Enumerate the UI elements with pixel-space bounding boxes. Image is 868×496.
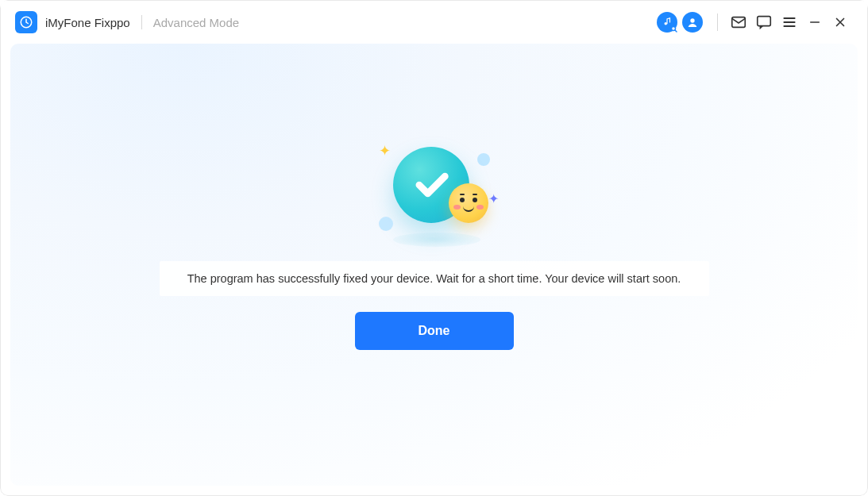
account-icon[interactable] <box>682 12 703 33</box>
titlebar: iMyFone Fixppo Advanced Mode <box>1 1 867 44</box>
svg-point-2 <box>690 18 694 22</box>
success-illustration: ✦ ✦ <box>355 139 514 250</box>
content-area: ✦ ✦ The program has successfully fixed y… <box>10 44 858 486</box>
titlebar-separator <box>717 13 718 31</box>
mode-label: Advanced Mode <box>153 16 239 29</box>
shadow-decor <box>393 233 480 247</box>
bubble-decor <box>477 153 490 166</box>
bubble-decor <box>379 217 393 231</box>
sparkle-icon: ✦ <box>379 142 391 160</box>
done-button[interactable]: Done <box>355 312 514 350</box>
close-icon[interactable] <box>827 10 853 35</box>
title-divider <box>141 15 142 29</box>
result-message: The program has successfully fixed your … <box>160 261 709 296</box>
menu-icon[interactable] <box>777 10 802 35</box>
smile-face-icon <box>449 183 488 223</box>
mail-icon[interactable] <box>726 10 751 35</box>
svg-rect-4 <box>758 17 771 26</box>
app-title: iMyFone Fixppo <box>45 16 130 29</box>
music-search-icon[interactable] <box>657 12 677 33</box>
minimize-icon[interactable] <box>802 10 827 35</box>
app-logo-icon <box>15 11 37 33</box>
sparkle-icon: ✦ <box>488 191 499 206</box>
feedback-icon[interactable] <box>751 10 777 35</box>
